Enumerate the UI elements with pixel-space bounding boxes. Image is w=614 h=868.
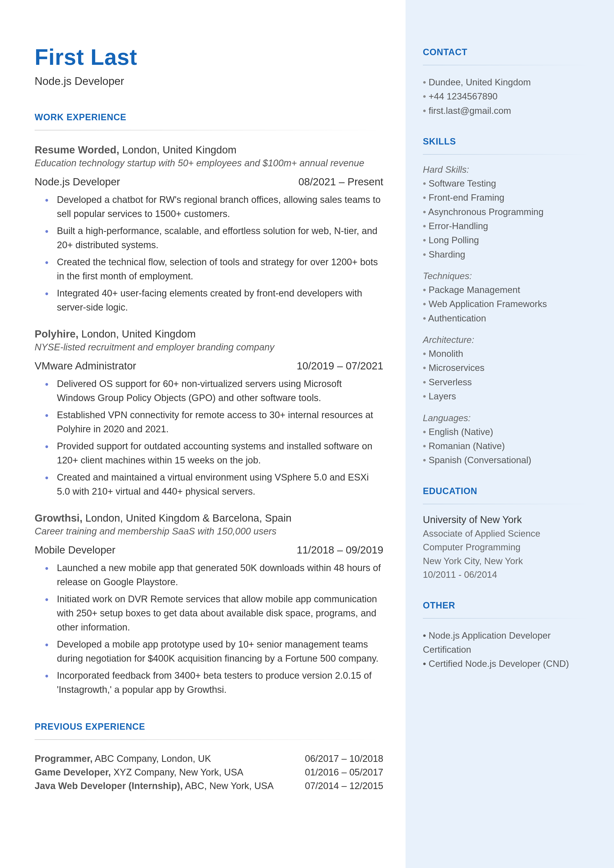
- previous-row: Programmer, ABC Company, London, UK06/20…: [35, 753, 383, 764]
- other-item: • Node.js Application Developer Certific…: [423, 629, 592, 657]
- job-block: Resume Worded, London, United KingdomEdu…: [35, 144, 383, 315]
- company-location: London, United Kingdom & Barcelona, Spai…: [85, 512, 291, 524]
- bullet-item: Integrated 40+ user-facing elements crea…: [57, 286, 383, 315]
- skills-subhead: Hard Skills:: [423, 165, 592, 175]
- education-dates: 10/2011 - 06/2014: [423, 568, 592, 582]
- job-block: Growthsi, London, United Kingdom & Barce…: [35, 512, 383, 697]
- role-line: Mobile Developer11/2018 – 09/2019: [35, 544, 383, 556]
- skills-subhead: Techniques:: [423, 271, 592, 281]
- previous-dates: 01/2016 – 05/2017: [305, 767, 383, 778]
- previous-company: ABC Company, London, UK: [95, 753, 211, 764]
- contact-list: Dundee, United Kingdom+44 1234567890firs…: [423, 75, 592, 118]
- company-name: Growthsi,: [35, 512, 82, 524]
- skill-item: Web Application Frameworks: [423, 297, 592, 311]
- skills-subhead: Architecture:: [423, 335, 592, 345]
- divider: [423, 618, 592, 619]
- job-block: Polyhire, London, United KingdomNYSE-lis…: [35, 328, 383, 498]
- previous-role: Java Web Developer (Internship),: [35, 781, 183, 791]
- other-heading: OTHER: [423, 600, 592, 611]
- previous-company: ABC, New York, USA: [185, 781, 274, 791]
- bullet-item: Created the technical flow, selection of…: [57, 255, 383, 283]
- company-line: Polyhire, London, United Kingdom: [35, 328, 383, 340]
- skill-item: Layers: [423, 389, 592, 403]
- previous-company: XYZ Company, New York, USA: [113, 767, 243, 778]
- skill-item: Long Polling: [423, 233, 592, 247]
- job-bullets: Delivered OS support for 60+ non-virtual…: [35, 377, 383, 498]
- education-heading: EDUCATION: [423, 486, 592, 496]
- company-line: Growthsi, London, United Kingdom & Barce…: [35, 512, 383, 524]
- company-location: London, United Kingdom: [81, 328, 195, 340]
- applicant-title: Node.js Developer: [35, 75, 383, 87]
- previous-role: Game Developer,: [35, 767, 111, 778]
- divider: [423, 65, 592, 65]
- skill-item: Front-end Framing: [423, 191, 592, 205]
- job-bullets: Launched a new mobile app that generated…: [35, 561, 383, 697]
- contact-item: Dundee, United Kingdom: [423, 75, 592, 89]
- company-line: Resume Worded, London, United Kingdom: [35, 144, 383, 156]
- job-dates: 08/2021 – Present: [298, 176, 383, 188]
- applicant-name: First Last: [35, 45, 383, 70]
- skills-list: English (Native)Romanian (Native)Spanish…: [423, 425, 592, 467]
- previous-list: Programmer, ABC Company, London, UK06/20…: [35, 753, 383, 791]
- education-school: University of New York: [423, 514, 592, 525]
- company-desc: NYSE-listed recruitment and employer bra…: [35, 342, 383, 352]
- skill-item: Sharding: [423, 247, 592, 262]
- contact-item: +44 1234567890: [423, 89, 592, 103]
- bullet-item: Initiated work on DVR Remote services th…: [57, 592, 383, 634]
- skill-item: Authentication: [423, 311, 592, 325]
- skill-item: Spanish (Conversational): [423, 453, 592, 467]
- job-dates: 10/2019 – 07/2021: [297, 360, 383, 372]
- bullet-item: Incorporated feedback from 3400+ beta te…: [57, 669, 383, 697]
- skill-item: Asynchronous Programming: [423, 205, 592, 219]
- divider: [35, 130, 383, 130]
- role-line: Node.js Developer08/2021 – Present: [35, 176, 383, 188]
- skill-item: Serverless: [423, 375, 592, 389]
- education-degree: Associate of Applied Science: [423, 527, 592, 540]
- bullet-item: Developed a mobile app prototype used by…: [57, 637, 383, 666]
- work-experience-heading: WORK EXPERIENCE: [35, 112, 383, 123]
- skills-list: MonolithMicroservicesServerlessLayers: [423, 347, 592, 403]
- skill-item: Monolith: [423, 347, 592, 361]
- skill-item: Romanian (Native): [423, 439, 592, 453]
- bullet-item: Delivered OS support for 60+ non-virtual…: [57, 377, 383, 405]
- bullet-item: Launched a new mobile app that generated…: [57, 561, 383, 589]
- bullet-item: Provided support for outdated accounting…: [57, 439, 383, 467]
- previous-row: Game Developer, XYZ Company, New York, U…: [35, 767, 383, 778]
- skill-item: Software Testing: [423, 176, 592, 191]
- divider: [35, 739, 383, 740]
- other-item: • Certified Node.js Developer (CND): [423, 657, 592, 671]
- job-bullets: Developed a chatbot for RW's regional br…: [35, 193, 383, 315]
- company-desc: Education technology startup with 50+ em…: [35, 158, 383, 169]
- contact-heading: CONTACT: [423, 47, 592, 57]
- job-role: Node.js Developer: [35, 176, 120, 188]
- job-role: VMware Administrator: [35, 360, 136, 372]
- jobs-list: Resume Worded, London, United KingdomEdu…: [35, 144, 383, 697]
- skills-groups: Hard Skills:Software TestingFront-end Fr…: [423, 165, 592, 467]
- education-place: New York City, New York: [423, 554, 592, 568]
- role-line: VMware Administrator10/2019 – 07/2021: [35, 360, 383, 372]
- divider: [423, 504, 592, 504]
- bullet-item: Established VPN connectivity for remote …: [57, 408, 383, 436]
- skill-item: English (Native): [423, 425, 592, 439]
- sidebar-column: CONTACT Dundee, United Kingdom+44 123456…: [406, 0, 614, 868]
- skill-item: Microservices: [423, 361, 592, 375]
- job-role: Mobile Developer: [35, 544, 115, 556]
- company-desc: Career training and membership SaaS with…: [35, 526, 383, 537]
- skill-item: Package Management: [423, 283, 592, 297]
- divider: [423, 154, 592, 155]
- previous-row: Java Web Developer (Internship), ABC, Ne…: [35, 781, 383, 791]
- skills-list: Package ManagementWeb Application Framew…: [423, 283, 592, 325]
- skills-subhead: Languages:: [423, 413, 592, 423]
- company-name: Polyhire,: [35, 328, 78, 340]
- education-field: Computer Programming: [423, 540, 592, 554]
- previous-dates: 07/2014 – 12/2015: [305, 781, 383, 791]
- skills-list: Software TestingFront-end FramingAsynchr…: [423, 176, 592, 262]
- contact-item: first.last@gmail.com: [423, 104, 592, 118]
- main-column: First Last Node.js Developer WORK EXPERI…: [0, 0, 406, 868]
- bullet-item: Built a high-performance, scalable, and …: [57, 224, 383, 252]
- previous-experience-heading: PREVIOUS EXPERIENCE: [35, 722, 383, 732]
- company-name: Resume Worded,: [35, 144, 119, 156]
- bullet-item: Created and maintained a virtual environ…: [57, 470, 383, 498]
- skills-heading: SKILLS: [423, 136, 592, 147]
- bullet-item: Developed a chatbot for RW's regional br…: [57, 193, 383, 221]
